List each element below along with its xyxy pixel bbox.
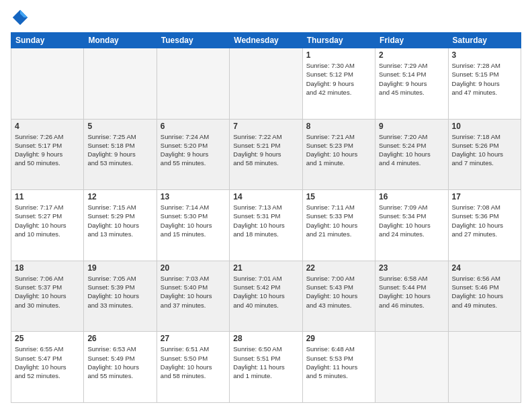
- calendar-week-row: 25Sunrise: 6:55 AM Sunset: 5:47 PM Dayli…: [11, 332, 521, 403]
- day-info: Sunrise: 7:24 AM Sunset: 5:20 PM Dayligh…: [161, 132, 226, 168]
- day-number: 9: [379, 122, 444, 131]
- day-info: Sunrise: 7:22 AM Sunset: 5:21 PM Dayligh…: [233, 132, 298, 168]
- day-number: 19: [87, 263, 152, 273]
- logo: [11, 8, 32, 27]
- day-info: Sunrise: 7:13 AM Sunset: 5:31 PM Dayligh…: [233, 203, 298, 238]
- day-info: Sunrise: 7:28 AM Sunset: 5:15 PM Dayligh…: [452, 61, 517, 97]
- day-number: 7: [233, 122, 298, 131]
- day-info: Sunrise: 7:20 AM Sunset: 5:24 PM Dayligh…: [379, 132, 444, 168]
- calendar-week-row: 1Sunrise: 7:30 AM Sunset: 5:12 PM Daylig…: [11, 48, 521, 120]
- day-info: Sunrise: 7:29 AM Sunset: 5:14 PM Dayligh…: [379, 61, 444, 97]
- weekday-header-thursday: Thursday: [302, 33, 375, 48]
- calendar-cell: 29Sunrise: 6:48 AM Sunset: 5:53 PM Dayli…: [302, 332, 375, 403]
- day-number: 13: [161, 192, 226, 201]
- logo-icon: [11, 8, 30, 27]
- day-number: 14: [233, 192, 298, 201]
- day-number: 23: [379, 263, 444, 273]
- day-info: Sunrise: 7:21 AM Sunset: 5:23 PM Dayligh…: [306, 132, 371, 168]
- day-number: 18: [15, 263, 80, 273]
- calendar-week-row: 11Sunrise: 7:17 AM Sunset: 5:27 PM Dayli…: [11, 190, 521, 261]
- page: SundayMondayTuesdayWednesdayThursdayFrid…: [0, 0, 532, 411]
- calendar-cell: 6Sunrise: 7:24 AM Sunset: 5:20 PM Daylig…: [157, 119, 229, 190]
- day-number: 5: [87, 122, 152, 131]
- day-info: Sunrise: 7:26 AM Sunset: 5:17 PM Dayligh…: [15, 132, 80, 168]
- day-number: 15: [306, 192, 371, 201]
- day-info: Sunrise: 7:01 AM Sunset: 5:42 PM Dayligh…: [233, 274, 298, 310]
- day-info: Sunrise: 7:06 AM Sunset: 5:37 PM Dayligh…: [15, 274, 80, 310]
- weekday-header-wednesday: Wednesday: [230, 33, 302, 48]
- day-info: Sunrise: 7:17 AM Sunset: 5:27 PM Dayligh…: [15, 203, 80, 238]
- calendar-cell: [375, 332, 448, 403]
- weekday-header-tuesday: Tuesday: [157, 33, 229, 48]
- calendar-cell: 8Sunrise: 7:21 AM Sunset: 5:23 PM Daylig…: [302, 119, 375, 190]
- day-info: Sunrise: 6:56 AM Sunset: 5:46 PM Dayligh…: [452, 274, 517, 310]
- calendar-cell: 11Sunrise: 7:17 AM Sunset: 5:27 PM Dayli…: [11, 190, 84, 261]
- day-number: 26: [87, 334, 152, 343]
- calendar-cell: 12Sunrise: 7:15 AM Sunset: 5:29 PM Dayli…: [84, 190, 157, 261]
- day-info: Sunrise: 7:03 AM Sunset: 5:40 PM Dayligh…: [161, 274, 226, 310]
- calendar-cell: [11, 48, 84, 120]
- day-number: 27: [161, 334, 226, 343]
- day-number: 20: [161, 263, 226, 273]
- day-number: 6: [161, 122, 226, 131]
- day-number: 21: [233, 263, 298, 273]
- calendar-cell: [448, 332, 521, 403]
- weekday-header-friday: Friday: [375, 33, 448, 48]
- calendar-cell: 18Sunrise: 7:06 AM Sunset: 5:37 PM Dayli…: [11, 261, 84, 332]
- day-info: Sunrise: 6:55 AM Sunset: 5:47 PM Dayligh…: [15, 345, 80, 380]
- calendar-cell: 9Sunrise: 7:20 AM Sunset: 5:24 PM Daylig…: [375, 119, 448, 190]
- day-info: Sunrise: 7:18 AM Sunset: 5:26 PM Dayligh…: [452, 132, 517, 168]
- calendar-cell: 4Sunrise: 7:26 AM Sunset: 5:17 PM Daylig…: [11, 119, 84, 190]
- calendar-cell: 1Sunrise: 7:30 AM Sunset: 5:12 PM Daylig…: [302, 48, 375, 120]
- day-info: Sunrise: 6:58 AM Sunset: 5:44 PM Dayligh…: [379, 274, 444, 310]
- day-number: 1: [306, 50, 371, 60]
- weekday-header-sunday: Sunday: [11, 33, 84, 48]
- calendar-cell: 20Sunrise: 7:03 AM Sunset: 5:40 PM Dayli…: [157, 261, 229, 332]
- day-info: Sunrise: 7:14 AM Sunset: 5:30 PM Dayligh…: [161, 203, 226, 238]
- day-number: 8: [306, 122, 371, 131]
- day-info: Sunrise: 6:51 AM Sunset: 5:50 PM Dayligh…: [161, 345, 226, 380]
- day-number: 11: [15, 192, 80, 201]
- day-number: 12: [87, 192, 152, 201]
- day-info: Sunrise: 7:05 AM Sunset: 5:39 PM Dayligh…: [87, 274, 152, 310]
- calendar-cell: 24Sunrise: 6:56 AM Sunset: 5:46 PM Dayli…: [448, 261, 521, 332]
- day-number: 25: [15, 334, 80, 343]
- calendar-cell: 13Sunrise: 7:14 AM Sunset: 5:30 PM Dayli…: [157, 190, 229, 261]
- calendar-cell: [230, 48, 302, 120]
- calendar-header-row: SundayMondayTuesdayWednesdayThursdayFrid…: [11, 33, 521, 48]
- calendar-cell: [157, 48, 229, 120]
- day-number: 29: [306, 334, 371, 343]
- calendar-cell: 5Sunrise: 7:25 AM Sunset: 5:18 PM Daylig…: [84, 119, 157, 190]
- calendar-week-row: 4Sunrise: 7:26 AM Sunset: 5:17 PM Daylig…: [11, 119, 521, 190]
- day-number: 17: [452, 192, 517, 201]
- weekday-header-saturday: Saturday: [448, 33, 521, 48]
- calendar-cell: 17Sunrise: 7:08 AM Sunset: 5:36 PM Dayli…: [448, 190, 521, 261]
- calendar-cell: 22Sunrise: 7:00 AM Sunset: 5:43 PM Dayli…: [302, 261, 375, 332]
- header: [11, 8, 521, 27]
- calendar-cell: 21Sunrise: 7:01 AM Sunset: 5:42 PM Dayli…: [230, 261, 302, 332]
- day-number: 28: [233, 334, 298, 343]
- calendar-cell: 27Sunrise: 6:51 AM Sunset: 5:50 PM Dayli…: [157, 332, 229, 403]
- calendar-cell: 2Sunrise: 7:29 AM Sunset: 5:14 PM Daylig…: [375, 48, 448, 120]
- day-info: Sunrise: 6:50 AM Sunset: 5:51 PM Dayligh…: [233, 345, 298, 380]
- day-info: Sunrise: 7:08 AM Sunset: 5:36 PM Dayligh…: [452, 203, 517, 238]
- day-info: Sunrise: 7:15 AM Sunset: 5:29 PM Dayligh…: [87, 203, 152, 238]
- calendar-table: SundayMondayTuesdayWednesdayThursdayFrid…: [11, 32, 521, 403]
- calendar-cell: 3Sunrise: 7:28 AM Sunset: 5:15 PM Daylig…: [448, 48, 521, 120]
- calendar-cell: 19Sunrise: 7:05 AM Sunset: 5:39 PM Dayli…: [84, 261, 157, 332]
- day-number: 16: [379, 192, 444, 201]
- calendar-cell: 25Sunrise: 6:55 AM Sunset: 5:47 PM Dayli…: [11, 332, 84, 403]
- weekday-header-monday: Monday: [84, 33, 157, 48]
- day-number: 24: [452, 263, 517, 273]
- calendar-cell: 26Sunrise: 6:53 AM Sunset: 5:49 PM Dayli…: [84, 332, 157, 403]
- day-number: 3: [452, 50, 517, 60]
- calendar-cell: 28Sunrise: 6:50 AM Sunset: 5:51 PM Dayli…: [230, 332, 302, 403]
- day-info: Sunrise: 7:30 AM Sunset: 5:12 PM Dayligh…: [306, 61, 371, 97]
- day-number: 2: [379, 50, 444, 60]
- day-info: Sunrise: 6:48 AM Sunset: 5:53 PM Dayligh…: [306, 345, 371, 380]
- day-info: Sunrise: 7:09 AM Sunset: 5:34 PM Dayligh…: [379, 203, 444, 238]
- calendar-cell: 15Sunrise: 7:11 AM Sunset: 5:33 PM Dayli…: [302, 190, 375, 261]
- calendar-cell: 7Sunrise: 7:22 AM Sunset: 5:21 PM Daylig…: [230, 119, 302, 190]
- day-info: Sunrise: 7:11 AM Sunset: 5:33 PM Dayligh…: [306, 203, 371, 238]
- day-number: 22: [306, 263, 371, 273]
